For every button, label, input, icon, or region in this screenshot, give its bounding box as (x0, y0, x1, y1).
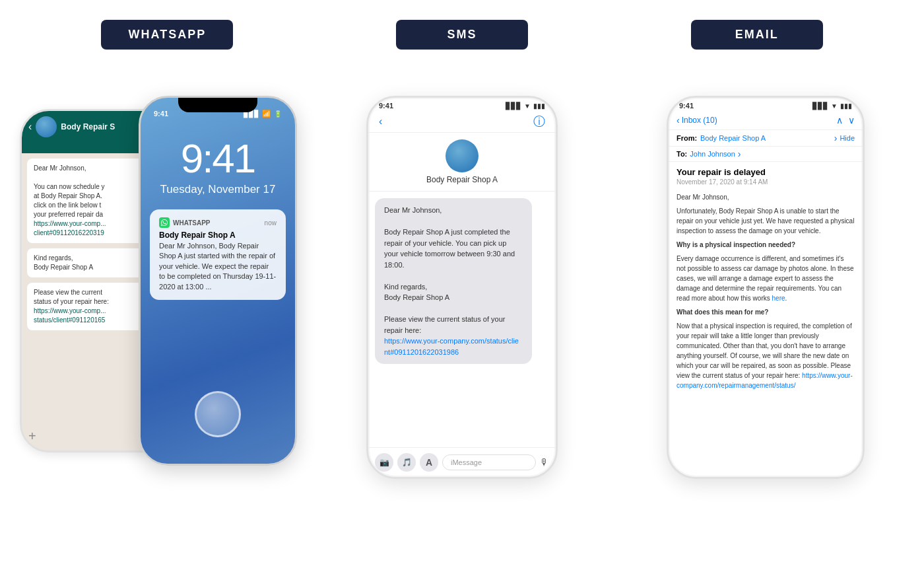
lock-date: Tuesday, November 17 (160, 183, 276, 196)
sms-camera-icon[interactable]: 📷 (375, 453, 393, 472)
lock-status-time: 9:41 (154, 110, 168, 118)
email-wifi-icon: ▼ (831, 102, 838, 110)
sms-contact-name: Body Repair Shop A (426, 175, 498, 184)
sms-back-arrow[interactable]: ‹ (379, 116, 382, 127)
email-para2: Every damage occurrence is different, an… (676, 254, 855, 303)
sms-contact-area: Body Repair Shop A (368, 133, 556, 192)
wa-link-4[interactable]: status/client#091120165 (34, 316, 105, 324)
wa-link-3[interactable]: https://www.your-comp... (34, 307, 106, 314)
email-badge: EMAIL (691, 20, 823, 50)
notif-app-label: WHATSAPP (173, 219, 210, 227)
lock-time: 9:41 (181, 138, 255, 179)
wa-notification-card[interactable]: WHATSAPP now Body Repair Shop A Dear Mr … (150, 209, 286, 300)
wa-message-2: Kind regards,Body Repair Shop A (27, 248, 158, 277)
email-body: Dear Mr Johnson, Unfortunately, Body Rep… (669, 188, 863, 398)
sms-battery-icon: ▮▮▮ (533, 102, 545, 110)
email-date: November 17, 2020 at 9:14 AM (676, 178, 855, 186)
email-salutation: Dear Mr Johnson, (676, 192, 855, 202)
sms-badge: SMS (396, 20, 528, 50)
email-here-link[interactable]: here (772, 295, 785, 302)
phone-notch (178, 98, 257, 112)
email-from-label: From: (676, 134, 698, 142)
home-button[interactable] (195, 391, 241, 437)
sms-audio-icon[interactable]: 🎵 (397, 453, 416, 472)
email-subject-area: Your repair is delayed November 17, 2020… (669, 162, 863, 188)
email-status-bar: 9:41 ▊▊▊ ▼ ▮▮▮ (669, 98, 863, 111)
wa-message-1: Dear Mr Johnson, You can now schedule ya… (27, 159, 158, 243)
sms-messages-list: Dear Mr Johnson, Body Repair Shop A just… (368, 192, 556, 447)
email-inbox-label[interactable]: Inbox (10) (682, 116, 717, 125)
email-para3: Now that a physical inspection is requir… (676, 321, 855, 390)
wa-contact-name: Body Repair S (61, 122, 115, 131)
wa-plus-icon[interactable]: + (28, 429, 36, 444)
sms-signal-icon: ▊▊▊ (506, 102, 521, 110)
wa-link-1[interactable]: https://www.your-comp... (34, 220, 106, 227)
sms-nav-header: ‹ ⓘ (368, 111, 556, 133)
battery-icon: 🔋 (274, 110, 282, 118)
email-heading2: What does this mean for me? (676, 308, 768, 316)
email-from-row: From: Body Repair Shop A › Hide (669, 130, 863, 147)
email-para1: Unfortunately, Body Repair Shop A is una… (676, 206, 855, 236)
wa-link-2[interactable]: client#09112016220319 (34, 229, 104, 236)
email-inbox-header: ‹ Inbox (10) ∧ ∨ (669, 111, 863, 130)
email-back-chevron: ‹ (676, 115, 680, 126)
notif-body: Dear Mr Johnson, Body Repair Shop A just… (159, 241, 277, 292)
sms-mic-icon[interactable]: 🎙 (540, 457, 549, 468)
wifi-icon: 📶 (262, 110, 271, 118)
email-next-icon[interactable]: ∨ (848, 115, 855, 126)
recipient-chevron: › (738, 149, 741, 159)
email-battery-icon: ▮▮▮ (840, 102, 852, 110)
sms-status-time: 9:41 (379, 102, 393, 110)
sms-status-bar: 9:41 ▊▊▊ ▼ ▮▮▮ (368, 98, 556, 111)
notif-time: now (265, 219, 277, 227)
sms-link[interactable]: https://www.your-company.com/status/clie… (384, 337, 519, 356)
sms-contact-avatar (446, 139, 478, 172)
whatsapp-badge: WHATSAPP (101, 20, 233, 50)
notif-sender: Body Repair Shop A (159, 231, 277, 240)
email-phone: 9:41 ▊▊▊ ▼ ▮▮▮ ‹ Inbox (10) (667, 96, 865, 479)
sms-info-icon[interactable]: ⓘ (533, 114, 545, 129)
email-to-label: To: (676, 150, 687, 158)
whatsapp-lock-phone: 9:41 ▊▊▊ 📶 🔋 9:41 Tuesday, November 17 (139, 96, 297, 466)
email-recipient[interactable]: John Johnson (690, 150, 735, 158)
email-to-row: To: John Johnson › (669, 147, 863, 162)
email-heading1: Why is a physical inspection needed? (676, 241, 795, 248)
contact-avatar (36, 116, 57, 137)
email-hide-button[interactable]: Hide (840, 134, 855, 142)
email-subject: Your repair is delayed (676, 167, 855, 177)
sender-chevron: › (834, 133, 838, 143)
email-status-time: 9:41 (679, 102, 694, 110)
back-arrow-icon: ‹ (28, 121, 32, 133)
email-signal-icon: ▊▊▊ (812, 102, 828, 110)
email-prev-icon[interactable]: ∧ (836, 115, 843, 126)
email-sender[interactable]: Body Repair Shop A (700, 134, 832, 142)
sms-apps-icon[interactable]: A (420, 453, 438, 472)
sms-wifi-icon: ▼ (524, 102, 531, 110)
sms-bubble-1: Dear Mr Johnson, Body Repair Shop A just… (375, 198, 532, 364)
sms-text-input[interactable]: iMessage (442, 454, 536, 470)
sms-input-bar: 📷 🎵 A iMessage 🎙 (368, 447, 556, 477)
wa-message-3: Please view the currentstatus of your re… (27, 283, 158, 330)
sms-phone: 9:41 ▊▊▊ ▼ ▮▮▮ ‹ ⓘ Body Repair Shop (366, 96, 558, 479)
wa-app-icon (159, 217, 170, 228)
